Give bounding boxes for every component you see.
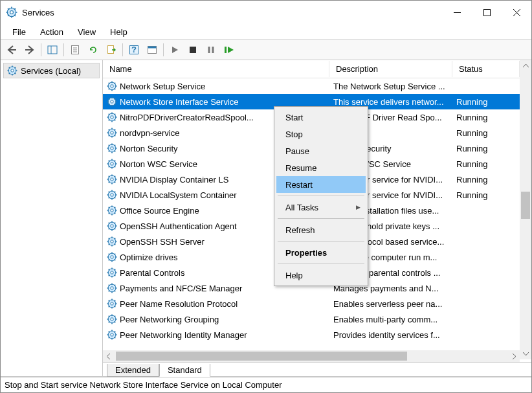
start-service-button[interactable] — [166, 41, 183, 58]
menu-file[interactable]: File — [6, 26, 32, 38]
minimize-icon — [454, 9, 461, 16]
chevron-left-icon — [107, 354, 111, 359]
toolbar-separator — [122, 43, 123, 56]
col-description[interactable]: Description — [329, 61, 452, 77]
restart-service-button[interactable] — [221, 41, 238, 58]
scroll-up-button[interactable] — [520, 60, 531, 72]
gear-icon — [107, 112, 117, 122]
submenu-arrow-icon: ▶ — [356, 204, 360, 210]
service-status: Running — [456, 190, 508, 200]
window-icon — [147, 45, 157, 55]
cm-stop[interactable]: Stop — [276, 126, 366, 142]
service-desc: This service delivers networ... — [333, 97, 456, 107]
stop-icon — [188, 45, 197, 54]
scroll-down-button[interactable] — [520, 348, 531, 359]
cm-refresh[interactable]: Refresh — [276, 221, 366, 238]
arrow-right-icon — [25, 45, 35, 55]
help-button[interactable]: ? — [126, 41, 142, 58]
maximize-button[interactable] — [472, 2, 502, 23]
gear-icon — [107, 128, 117, 138]
tab-extended[interactable]: Extended — [107, 364, 159, 377]
help-icon: ? — [129, 45, 139, 55]
col-status[interactable]: Status — [452, 61, 520, 77]
svg-rect-26 — [148, 47, 157, 49]
svg-rect-16 — [48, 46, 57, 54]
close-button[interactable] — [502, 2, 531, 23]
gear-icon — [7, 65, 17, 76]
service-name: Peer Networking Grouping — [120, 315, 333, 324]
gear-icon — [107, 221, 117, 231]
service-desc: Enables serverless peer na... — [333, 299, 456, 309]
service-status: Running — [456, 175, 508, 185]
export-icon — [106, 45, 116, 55]
col-name[interactable]: Name — [103, 61, 329, 77]
service-row[interactable]: Peer Name Resolution ProtocolEnables ser… — [103, 296, 531, 311]
minimize-button[interactable] — [442, 2, 472, 23]
nav-services-local[interactable]: Services (Local) — [3, 63, 100, 78]
hscroll-thumb[interactable] — [116, 352, 407, 361]
action-button[interactable] — [144, 41, 161, 58]
cm-stop-label: Stop — [285, 129, 303, 139]
cm-start-label: Start — [285, 113, 303, 122]
hscroll-track[interactable] — [115, 350, 508, 362]
svg-rect-29 — [212, 47, 214, 53]
gear-icon — [107, 190, 117, 200]
cm-all-tasks[interactable]: All Tasks ▶ — [276, 199, 366, 216]
context-menu: Start Stop Pause Resume Restart All Task… — [274, 106, 368, 286]
cm-help[interactable]: Help — [276, 267, 366, 284]
service-row[interactable]: Peer Networking GroupingEnables multi-pa… — [103, 311, 531, 327]
properties-icon — [70, 45, 80, 55]
menu-view[interactable]: View — [71, 26, 102, 38]
svg-rect-28 — [208, 47, 210, 53]
gear-icon — [107, 159, 117, 169]
service-status: Running — [456, 113, 508, 122]
panel-icon — [47, 45, 58, 55]
toolbar: ? — [1, 39, 531, 60]
service-name: Peer Name Resolution Protocol — [120, 299, 333, 309]
service-row[interactable]: Peer Networking Identity ManagerProvides… — [103, 327, 531, 342]
vscroll-track[interactable] — [520, 72, 531, 348]
gear-icon — [107, 283, 117, 293]
menu-action[interactable]: Action — [34, 26, 70, 38]
gear-icon — [107, 143, 117, 153]
chevron-up-icon — [523, 64, 529, 68]
stop-service-button[interactable] — [184, 41, 201, 58]
cm-separator — [278, 264, 364, 264]
app-gear-icon — [6, 6, 17, 18]
back-button[interactable] — [3, 41, 20, 58]
gear-icon — [107, 205, 117, 216]
cm-separator — [278, 241, 364, 241]
vscroll-thumb[interactable] — [521, 192, 530, 219]
cm-all-tasks-label: All Tasks — [285, 203, 318, 212]
menu-bar: File Action View Help — [1, 24, 531, 39]
cm-separator — [278, 196, 364, 196]
scroll-left-button[interactable] — [103, 350, 115, 362]
cm-resume[interactable]: Resume — [276, 159, 366, 176]
properties-button[interactable] — [67, 41, 83, 58]
toolbar-separator — [163, 43, 164, 56]
pause-service-button[interactable] — [203, 41, 219, 58]
show-hide-button[interactable] — [44, 41, 61, 58]
cm-properties[interactable]: Properties — [276, 244, 366, 261]
svg-rect-30 — [225, 47, 227, 53]
service-name: Peer Networking Identity Manager — [120, 330, 333, 340]
cm-separator — [278, 218, 364, 219]
gear-icon — [107, 81, 117, 91]
gear-icon — [107, 252, 117, 262]
menu-help[interactable]: Help — [104, 26, 134, 38]
service-row[interactable]: Network Setup ServiceThe Network Setup S… — [103, 78, 531, 94]
svg-text:?: ? — [131, 45, 137, 54]
vertical-scrollbar[interactable] — [520, 60, 531, 359]
cm-start[interactable]: Start — [276, 109, 366, 126]
refresh-button[interactable] — [85, 41, 102, 58]
scroll-right-button[interactable] — [508, 350, 520, 362]
restart-icon — [224, 45, 234, 54]
tab-standard[interactable]: Standard — [159, 364, 210, 377]
horizontal-scrollbar[interactable] — [103, 350, 520, 362]
cm-restart[interactable]: Restart — [276, 176, 366, 193]
export-button[interactable] — [103, 41, 120, 58]
forward-button[interactable] — [21, 41, 38, 58]
maximize-icon — [483, 9, 491, 16]
cm-pause[interactable]: Pause — [276, 142, 366, 159]
arrow-left-icon — [6, 45, 17, 55]
